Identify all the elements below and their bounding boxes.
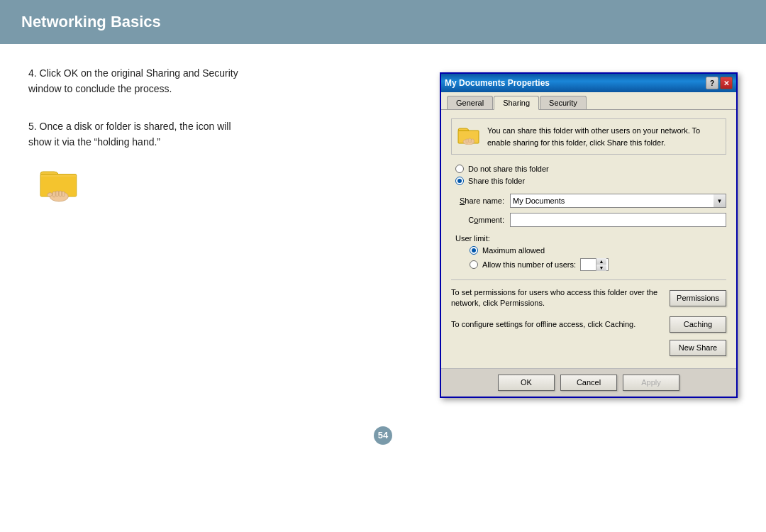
dialog-container: My Documents Properties ? ✕ General Shar…: [440, 72, 738, 398]
page-circle: 54: [374, 426, 392, 445]
close-button[interactable]: ✕: [720, 77, 733, 89]
header-banner: Networking Basics: [0, 0, 766, 44]
icon-area: [28, 165, 411, 208]
svg-rect-4: [53, 192, 56, 197]
shared-folder-icon: [35, 165, 85, 204]
win-dialog: My Documents Properties ? ✕ General Shar…: [440, 72, 738, 398]
allow-number-radio[interactable]: [470, 260, 478, 269]
spinner-up[interactable]: ▲: [596, 258, 606, 265]
allow-number-label: Allow this number of users:: [482, 260, 576, 269]
permissions-button[interactable]: Permissions: [670, 290, 726, 306]
radio-do-not-share[interactable]: Do not share this folder: [455, 165, 726, 173]
caching-button[interactable]: Caching: [670, 316, 726, 333]
step-4-text: 4. Click OK on the original Sharing and …: [28, 65, 411, 97]
svg-rect-10: [466, 139, 468, 143]
tab-general[interactable]: General: [447, 96, 493, 109]
apply-button[interactable]: Apply: [623, 375, 679, 391]
info-text: You can share this folder with other use…: [487, 125, 720, 148]
radio-circle-share[interactable]: [455, 177, 464, 185]
new-share-row: New Share: [451, 340, 726, 356]
tab-sharing[interactable]: Sharing: [494, 96, 539, 110]
radio-circle-no-share[interactable]: [455, 165, 464, 173]
user-count-spinner[interactable]: ▲ ▼: [580, 258, 609, 271]
comment-input[interactable]: [510, 213, 726, 227]
user-limit-section: User limit: Maximum allowed Allow this n…: [451, 234, 726, 271]
share-name-label: Share name:: [451, 196, 504, 205]
new-share-button[interactable]: New Share: [670, 340, 726, 356]
step-5: 5. Once a disk or folder is shared, the …: [28, 118, 411, 208]
max-allowed-row[interactable]: Maximum allowed: [465, 246, 726, 255]
titlebar-buttons: ? ✕: [706, 77, 733, 89]
permissions-text: To set permissions for users who access …: [451, 287, 670, 309]
svg-rect-7: [62, 192, 65, 196]
comment-label: Comment:: [451, 216, 504, 224]
text-column: 4. Click OK on the original Sharing and …: [28, 65, 411, 398]
share-name-row: Share name: ▼: [451, 194, 726, 208]
radio-share-folder[interactable]: Share this folder: [455, 177, 726, 185]
dialog-body: You can share this folder with other use…: [441, 110, 736, 368]
max-allowed-label: Maximum allowed: [482, 246, 545, 255]
user-limit-header: User limit:: [451, 234, 726, 243]
caching-text: To configure settings for offline access…: [451, 319, 670, 330]
spinner-down[interactable]: ▼: [596, 265, 606, 271]
ok-button[interactable]: OK: [498, 375, 555, 391]
page-number-area: 54: [0, 419, 766, 452]
cancel-button[interactable]: Cancel: [560, 375, 617, 391]
spinner-buttons[interactable]: ▲ ▼: [596, 258, 606, 271]
caching-row: To configure settings for offline access…: [451, 316, 726, 333]
svg-rect-11: [469, 138, 471, 143]
dialog-title: My Documents Properties: [445, 78, 550, 88]
user-limit-label: User limit:: [455, 234, 490, 243]
radio-share-label: Share this folder: [468, 177, 525, 185]
svg-rect-5: [56, 191, 59, 196]
content-area: 4. Click OK on the original Sharing and …: [0, 44, 766, 419]
step-5-text: 5. Once a disk or folder is shared, the …: [28, 118, 411, 150]
page-title: Networking Basics: [21, 13, 161, 31]
step-4: 4. Click OK on the original Sharing and …: [28, 65, 411, 97]
comment-row: Comment:: [451, 213, 726, 227]
share-name-field-wrapper: ▼: [510, 194, 726, 208]
share-name-dropdown[interactable]: ▼: [714, 194, 726, 208]
tab-security[interactable]: Security: [540, 96, 587, 109]
win-titlebar: My Documents Properties ? ✕: [441, 74, 736, 92]
svg-rect-12: [472, 139, 474, 143]
radio-group: Do not share this folder Share this fold…: [451, 165, 726, 185]
info-row: You can share this folder with other use…: [451, 118, 726, 155]
info-folder-icon: [457, 125, 480, 146]
permissions-row: To set permissions for users who access …: [451, 287, 726, 309]
allow-number-row[interactable]: Allow this number of users: ▲ ▼: [465, 258, 726, 271]
form-section: Share name: ▼ Comment:: [451, 194, 726, 227]
svg-rect-6: [59, 191, 62, 196]
max-allowed-radio[interactable]: [470, 246, 478, 255]
dialog-footer: OK Cancel Apply: [441, 368, 736, 397]
help-button[interactable]: ?: [706, 77, 718, 89]
tab-row: General Sharing Security: [441, 92, 736, 110]
divider-1: [451, 279, 726, 280]
radio-no-share-label: Do not share this folder: [468, 165, 549, 173]
share-name-input[interactable]: [510, 194, 714, 208]
